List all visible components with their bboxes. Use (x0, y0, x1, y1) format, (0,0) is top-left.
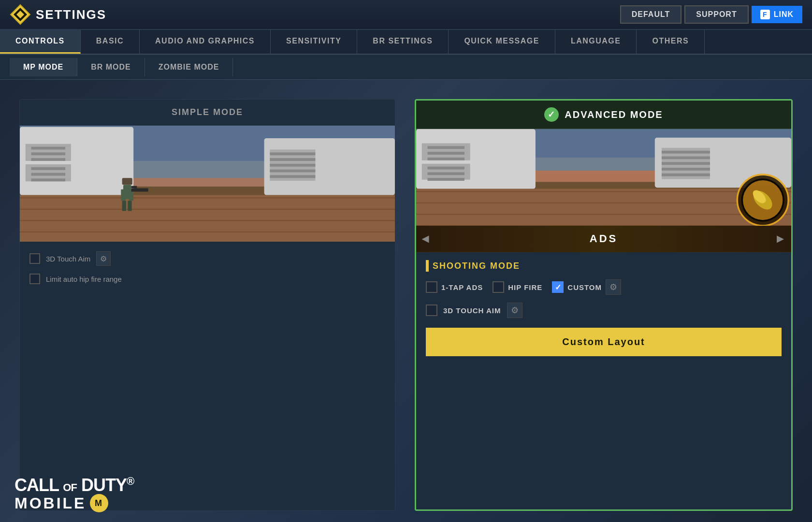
svg-rect-36 (131, 186, 137, 188)
gear-custom[interactable]: ⚙ (606, 279, 621, 295)
svg-rect-56 (662, 168, 710, 171)
svg-rect-33 (122, 201, 126, 211)
svg-rect-50 (428, 178, 464, 181)
header-right: DEFAULT SUPPORT f LINK (620, 5, 812, 24)
simple-option-limit: Limit auto hip fire range (29, 274, 385, 284)
svg-rect-45 (428, 146, 464, 149)
checkbox-hipfire[interactable] (493, 281, 504, 293)
support-button[interactable]: SUPPORT (684, 5, 748, 24)
svg-rect-6 (20, 189, 395, 242)
svg-rect-22 (270, 170, 315, 173)
shooting-mode-section: SHOOTING MODE 1-tap ADS HIP FIRE ✓ CUSTO… (416, 252, 791, 364)
tab-zombie-mode[interactable]: ZOMBIE MODE (145, 58, 233, 76)
simple-game-scene (20, 126, 395, 242)
advanced-mode-title: ✓ ADVANCED MODE (416, 101, 791, 129)
tab-br-mode[interactable]: BR MODE (77, 58, 145, 76)
cod-of: OF (63, 481, 77, 493)
label-hipfire: HIP FIRE (508, 283, 542, 291)
shooting-mode-title: SHOOTING MODE (433, 261, 520, 271)
settings-title: SETTINGS (36, 7, 106, 22)
simple-mode-options: 3D Touch Aim ⚙ Limit auto hip fire range (20, 242, 395, 294)
checkbox-limit[interactable] (29, 274, 40, 284)
svg-rect-49 (428, 172, 464, 175)
svg-rect-15 (31, 173, 66, 176)
content-area: SIMPLE MODE (0, 80, 812, 521)
tab-others[interactable]: OTHERS (637, 30, 705, 54)
cod-icon (10, 4, 31, 25)
tab-audio-graphics[interactable]: AUDIO AND GRAPHICS (140, 30, 271, 54)
svg-rect-16 (31, 178, 66, 181)
svg-rect-40 (416, 183, 791, 226)
simple-mode-title: SIMPLE MODE (20, 100, 395, 126)
ads-banner: ◀ ADS ▶ (416, 226, 791, 252)
simple-mode-card[interactable]: SIMPLE MODE (19, 99, 395, 511)
svg-rect-53 (662, 151, 710, 154)
svg-rect-13 (31, 158, 66, 161)
adv-gear-3d[interactable]: ⚙ (507, 303, 522, 318)
custom-layout-button[interactable]: Custom Layout (426, 328, 782, 356)
svg-rect-54 (662, 156, 710, 159)
logo-area: SETTINGS (0, 4, 116, 25)
cod-title-line2: MOBILE M (14, 494, 134, 512)
simple-option-3d: 3D Touch Aim ⚙ (29, 251, 385, 266)
label-custom: CUSTOM (567, 283, 602, 291)
tab-controls[interactable]: CONTROLS (0, 30, 81, 54)
default-button[interactable]: DEFAULT (620, 5, 682, 24)
svg-rect-14 (31, 167, 66, 170)
svg-rect-21 (270, 164, 315, 167)
link-button[interactable]: f LINK (752, 6, 802, 23)
selected-checkmark: ✓ (544, 107, 559, 122)
tab-basic[interactable]: BASIC (81, 30, 140, 54)
svg-rect-48 (428, 167, 464, 170)
facebook-icon: f (760, 10, 770, 19)
svg-rect-29 (122, 178, 132, 185)
adv-label-3d: 3D Touch Aim (443, 306, 501, 315)
adv-option-3d: 3D Touch Aim ⚙ (426, 303, 782, 318)
svg-rect-55 (662, 162, 710, 165)
gear-3d-touch[interactable]: ⚙ (96, 251, 111, 266)
checkbox-1tap[interactable] (426, 281, 437, 293)
shooting-options: 1-tap ADS HIP FIRE ✓ CUSTOM ⚙ (426, 279, 782, 295)
svg-rect-11 (31, 147, 66, 150)
option-hip-fire: HIP FIRE (493, 281, 542, 293)
label-limit: Limit auto hip fire range (46, 275, 122, 283)
ads-label: ADS (590, 232, 618, 245)
tab-quick-message[interactable]: QUICK MESSAGE (449, 30, 555, 54)
yellow-bar-accent (426, 260, 429, 272)
header: SETTINGS DEFAULT SUPPORT f LINK (0, 0, 812, 30)
checkbox-3d-touch[interactable] (29, 253, 40, 264)
adv-checkbox-3d[interactable] (426, 304, 437, 316)
svg-rect-12 (31, 152, 66, 155)
svg-rect-34 (128, 201, 131, 211)
svg-rect-20 (270, 158, 315, 161)
svg-rect-19 (270, 152, 315, 155)
cod-emblem-icon: M (90, 494, 108, 512)
svg-rect-35 (131, 188, 148, 191)
option-custom: ✓ CUSTOM ⚙ (552, 279, 621, 295)
section-header: SHOOTING MODE (426, 260, 782, 272)
cod-mobile-logo: CALL OF DUTY® MOBILE M (14, 476, 134, 512)
svg-rect-44 (422, 164, 470, 180)
option-1tap-ads: 1-tap ADS (426, 281, 483, 293)
svg-rect-47 (428, 158, 464, 160)
ads-arrow-right[interactable]: ▶ (777, 233, 785, 244)
ads-arrow-left[interactable]: ◀ (422, 233, 431, 244)
tab-mp-mode[interactable]: MP MODE (10, 58, 77, 76)
cod-title-line1: CALL OF DUTY® (14, 476, 134, 494)
checkbox-custom[interactable]: ✓ (552, 281, 564, 293)
tab-language[interactable]: LANGUAGE (555, 30, 637, 54)
svg-rect-23 (270, 175, 315, 178)
sub-tabs: MP MODE BR MODE ZOMBIE MODE (0, 55, 812, 80)
label-1tap: 1-tap ADS (441, 283, 483, 291)
advanced-game-scene (416, 129, 791, 226)
svg-rect-46 (428, 152, 464, 155)
tab-sensitivity[interactable]: SENSITIVITY (271, 30, 357, 54)
label-3d-touch: 3D Touch Aim (46, 255, 90, 263)
tab-br-settings[interactable]: BR SETTINGS (357, 30, 449, 54)
svg-rect-57 (662, 174, 710, 176)
main-tabs: CONTROLS BASIC AUDIO AND GRAPHICS SENSIT… (0, 30, 812, 55)
advanced-mode-card[interactable]: ✓ ADVANCED MODE (415, 99, 793, 511)
svg-rect-31 (121, 189, 125, 201)
